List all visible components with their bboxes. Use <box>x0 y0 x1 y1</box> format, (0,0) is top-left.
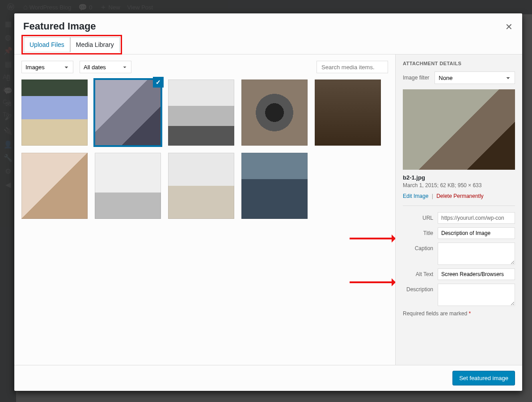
attachments-grid: ✓ <box>21 80 388 219</box>
search-input[interactable] <box>317 61 388 73</box>
set-featured-image-button[interactable]: Set featured image <box>452 371 515 385</box>
alt-text-field[interactable] <box>438 268 515 280</box>
attachment-thumb[interactable] <box>241 153 308 219</box>
date-filter-select[interactable]: All dates <box>80 61 131 73</box>
caption-field[interactable] <box>438 243 515 265</box>
description-label: Description <box>403 284 438 293</box>
tab-upload-files[interactable]: Upload Files <box>24 37 70 52</box>
annotation-arrow-alt <box>350 281 395 283</box>
details-heading: ATTACHMENT DETAILS <box>403 61 515 66</box>
media-browser: Images All dates ✓ <box>14 54 395 365</box>
image-filter-select[interactable]: None <box>435 71 515 84</box>
attachment-thumb[interactable] <box>315 80 381 146</box>
attachment-thumb[interactable] <box>168 80 234 146</box>
description-field[interactable] <box>438 284 515 306</box>
attachment-thumb[interactable] <box>21 80 88 146</box>
alt-text-label: Alt Text <box>403 268 438 277</box>
title-field[interactable] <box>438 227 515 239</box>
attachment-meta: March 1, 2015; 62 KB; 950 × 633 <box>403 182 515 188</box>
annotation-arrow-title <box>350 238 395 239</box>
url-field[interactable] <box>438 212 515 224</box>
attachment-filename: b2-1.jpg <box>403 174 515 181</box>
check-icon: ✓ <box>153 77 164 88</box>
separator: | <box>432 193 433 199</box>
type-filter-select[interactable]: Images <box>21 61 73 73</box>
url-label: URL <box>403 212 438 221</box>
attachment-thumb[interactable] <box>21 153 88 219</box>
attachment-details-panel: ATTACHMENT DETAILS Image filter None b2-… <box>395 54 522 365</box>
edit-image-link[interactable]: Edit Image <box>403 193 428 199</box>
attachment-thumb[interactable] <box>95 153 161 219</box>
required-note: Required fields are marked * <box>403 310 515 317</box>
modal-title: Featured Image <box>23 21 513 32</box>
attachment-thumb[interactable] <box>168 153 234 219</box>
media-toolbar: Images All dates <box>21 61 388 73</box>
caption-label: Caption <box>403 243 438 251</box>
featured-image-modal: Featured Image ✕ Upload Files Media Libr… <box>14 13 522 391</box>
annotation-tabs-highlight: Upload Files Media Library <box>21 35 122 54</box>
attachment-preview <box>403 89 515 170</box>
attachment-thumb-selected[interactable]: ✓ <box>95 80 161 146</box>
modal-footer: Set featured image <box>14 365 522 391</box>
attachment-thumb[interactable] <box>241 80 308 146</box>
delete-permanently-link[interactable]: Delete Permanently <box>436 193 483 199</box>
title-label: Title <box>403 227 438 236</box>
tab-media-library[interactable]: Media Library <box>70 37 120 52</box>
modal-header: Featured Image ✕ <box>14 13 522 35</box>
close-button[interactable]: ✕ <box>501 19 517 35</box>
tab-row: Upload Files Media Library <box>14 35 522 54</box>
image-filter-label: Image filter <box>403 75 429 81</box>
